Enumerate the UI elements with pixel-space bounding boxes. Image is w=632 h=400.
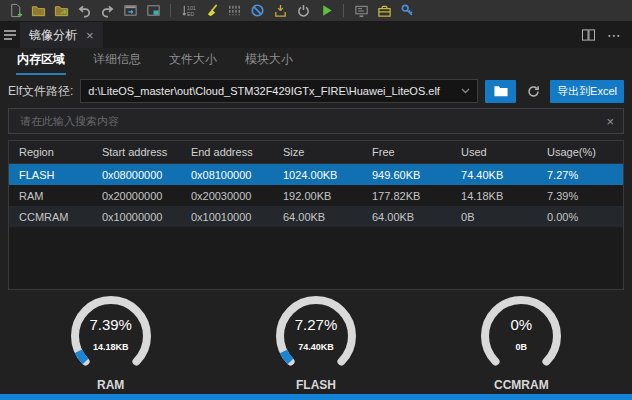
search-input[interactable]: [18, 114, 606, 128]
run-icon[interactable]: [317, 2, 335, 19]
search-box[interactable]: ×: [8, 108, 624, 134]
subtab-file-size[interactable]: 文件大小: [168, 46, 218, 75]
cell-start: 0x10000000: [92, 211, 181, 223]
table-row-flash[interactable]: FLASH 0x08000000 0x08100000 1024.00KB 94…: [9, 164, 623, 185]
cell-size: 1024.00KB: [273, 169, 362, 181]
editor-actions: ⋯: [582, 22, 632, 48]
tab-image-analysis[interactable]: 镜像分析 ×: [20, 22, 103, 48]
more-actions-icon[interactable]: ⋯: [607, 27, 622, 43]
table-empty-area: [9, 227, 623, 289]
col-size: Size: [273, 146, 362, 158]
gauge-label: RAM: [97, 378, 124, 392]
keys-icon[interactable]: [398, 2, 416, 19]
col-free: Free: [362, 146, 451, 158]
col-region: Region: [9, 146, 92, 158]
svg-text:ED: ED: [187, 11, 194, 17]
cell-used: 14.18KB: [451, 190, 537, 202]
gauge-used-size: 0B: [473, 342, 569, 352]
cell-free: 177.82KB: [362, 190, 451, 202]
status-bar: [0, 394, 632, 400]
move-editor-icon[interactable]: [121, 2, 139, 19]
cell-size: 192.00KB: [273, 190, 362, 202]
memory-region-table: Region Start address End address Size Fr…: [8, 140, 624, 290]
monitor-icon[interactable]: [352, 2, 370, 19]
gauge-percent: 7.39%: [63, 316, 159, 333]
chevron-down-icon[interactable]: [461, 88, 470, 94]
gauge-ring: [268, 290, 364, 378]
cell-region: RAM: [9, 190, 92, 202]
elf-path-label: Elf文件路径:: [8, 83, 73, 100]
table-row-ccmram[interactable]: CCMRAM 0x10000000 0x10010000 64.00KB 64.…: [9, 206, 623, 227]
undo-icon[interactable]: [75, 2, 93, 19]
cell-end: 0x08100000: [181, 169, 273, 181]
split-editor-icon[interactable]: [582, 29, 595, 41]
cell-region: FLASH: [9, 169, 92, 181]
elf-path-combobox[interactable]: d:\LiteOS_master\out\Cloud_STM32F429IGTx…: [80, 79, 478, 103]
gauge-ring: [63, 290, 159, 378]
gauge-label: FLASH: [296, 378, 336, 392]
cell-used: 74.40KB: [451, 169, 537, 181]
cell-end: 0x10010000: [181, 211, 273, 223]
install-icon[interactable]: [271, 2, 289, 19]
external-window-icon[interactable]: [144, 2, 162, 19]
tab-label: 镜像分析: [29, 27, 77, 44]
refresh-button[interactable]: [523, 81, 543, 101]
toolbar-separator: [170, 4, 171, 17]
tab-list-icon[interactable]: [0, 22, 20, 48]
subtabs: 内存区域 详细信息 文件大小 模块大小: [8, 48, 624, 75]
gauge-used-size: 74.40KB: [268, 342, 364, 352]
redo-icon[interactable]: [98, 2, 116, 19]
subtab-module-size[interactable]: 模块大小: [244, 46, 294, 75]
toolbar-separator: [343, 4, 344, 17]
col-used: Used: [451, 146, 537, 158]
analysis-panel: 内存区域 详细信息 文件大小 模块大小 Elf文件路径: d:\LiteOS_m…: [0, 48, 632, 394]
gauge-used-size: 14.18KB: [63, 342, 159, 352]
col-start-address: Start address: [92, 146, 181, 158]
cell-free: 64.00KB: [362, 211, 451, 223]
toolbox-icon[interactable]: [375, 2, 393, 19]
sort-numbers-icon[interactable]: 101ED: [179, 2, 197, 19]
clear-search-icon[interactable]: ×: [606, 114, 614, 129]
cell-used: 0B: [451, 211, 537, 223]
elf-path-value: d:\LiteOS_master\out\Cloud_STM32F429IGTx…: [88, 85, 461, 97]
import-folder-icon[interactable]: [52, 2, 70, 19]
gauge-label: CCMRAM: [494, 378, 549, 392]
disable-icon[interactable]: [248, 2, 266, 19]
new-file-icon[interactable]: [6, 2, 24, 19]
clean-icon[interactable]: [202, 2, 220, 19]
gauge-percent: 7.27%: [268, 316, 364, 333]
search-row: ×: [8, 107, 624, 135]
export-to-excel-button[interactable]: 导出到Excel: [550, 80, 624, 103]
usage-gauges: 7.39% 14.18KB RAM 7.27% 74.40KB FLASH 0%…: [8, 290, 624, 394]
gauge-flash: 7.27% 74.40KB FLASH: [213, 290, 418, 392]
gauge-ring: [473, 290, 569, 378]
svg-text:101: 101: [187, 5, 196, 11]
col-usage: Usage(%): [537, 146, 623, 158]
main-toolbar: 101ED: [0, 0, 632, 22]
browse-folder-button[interactable]: [485, 80, 516, 103]
cell-region: CCMRAM: [9, 211, 92, 223]
cell-usage: 7.39%: [537, 190, 623, 202]
elf-path-row: Elf文件路径: d:\LiteOS_master\out\Cloud_STM3…: [8, 75, 624, 107]
editor-tabbar: 镜像分析 × ⋯: [0, 22, 632, 48]
close-icon[interactable]: ×: [86, 29, 94, 42]
cell-size: 64.00KB: [273, 211, 362, 223]
subtab-memory-region[interactable]: 内存区域: [16, 46, 66, 75]
cell-start: 0x08000000: [92, 169, 181, 181]
col-end-address: End address: [181, 146, 273, 158]
power-icon[interactable]: [294, 2, 312, 19]
cell-usage: 7.27%: [537, 169, 623, 181]
cell-usage: 0.00%: [537, 211, 623, 223]
subtab-details[interactable]: 详细信息: [92, 46, 142, 75]
open-folder-icon[interactable]: [29, 2, 47, 19]
table-row-ram[interactable]: RAM 0x20000000 0x20030000 192.00KB 177.8…: [9, 185, 623, 206]
table-header: Region Start address End address Size Fr…: [9, 141, 623, 164]
cell-end: 0x20030000: [181, 190, 273, 202]
sieve-icon[interactable]: [225, 2, 243, 19]
gauge-percent: 0%: [473, 316, 569, 333]
cell-start: 0x20000000: [92, 190, 181, 202]
cell-free: 949.60KB: [362, 169, 451, 181]
gauge-ccmram: 0% 0B CCMRAM: [419, 290, 624, 392]
gauge-ram: 7.39% 14.18KB RAM: [8, 290, 213, 392]
